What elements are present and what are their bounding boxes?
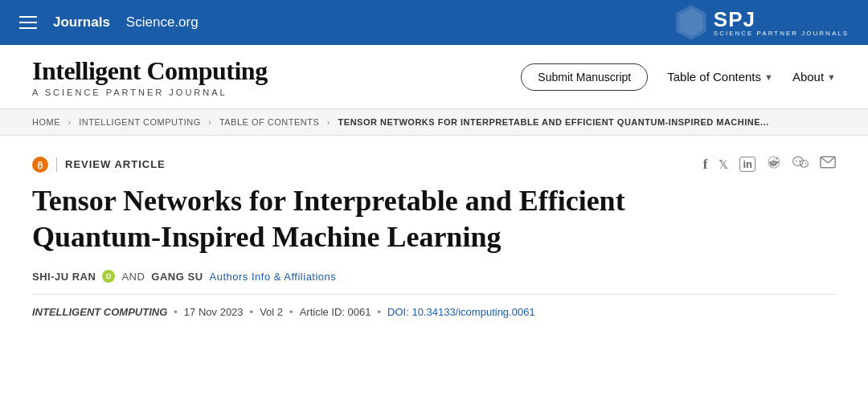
journal-nav: Submit Manuscript Table of Contents ▼ Ab… xyxy=(521,63,836,91)
svg-point-9 xyxy=(801,163,803,165)
meta-journal-name: INTELLIGENT COMPUTING xyxy=(32,306,167,318)
article-meta-row: REVIEW ARTICLE f 𝕏 in xyxy=(32,155,836,173)
meta-doi-link[interactable]: DOI: 10.34133/icomputing.0061 xyxy=(387,306,535,318)
breadcrumb-sep-1: › xyxy=(68,117,72,127)
journal-title[interactable]: Intelligent Computing xyxy=(32,56,268,86)
breadcrumb-sep-3: › xyxy=(327,117,330,127)
email-icon[interactable] xyxy=(820,156,836,173)
svg-point-8 xyxy=(800,161,808,168)
svg-point-10 xyxy=(805,163,807,165)
submit-manuscript-button[interactable]: Submit Manuscript xyxy=(521,63,648,91)
breadcrumb: HOME › INTELLIGENT COMPUTING › TABLE OF … xyxy=(0,109,868,136)
twitter-icon[interactable]: 𝕏 xyxy=(719,157,728,172)
nav-journals[interactable]: Journals xyxy=(53,14,110,31)
facebook-icon[interactable]: f xyxy=(703,157,708,173)
spj-subtitle: Science Partner Journals xyxy=(714,30,849,37)
authors-affiliations-link[interactable]: Authors Info & Affiliations xyxy=(210,271,337,283)
breadcrumb-home[interactable]: HOME xyxy=(32,117,60,127)
and-text: AND xyxy=(121,271,145,283)
meta-date: 17 Nov 2023 xyxy=(184,306,244,318)
article-info-row: INTELLIGENT COMPUTING • 17 Nov 2023 • Vo… xyxy=(32,294,836,318)
breadcrumb-sep-2: › xyxy=(208,117,211,127)
journal-header: Intelligent Computing A SCIENCE PARTNER … xyxy=(0,45,868,109)
open-access-icon xyxy=(32,157,48,173)
toc-chevron-icon: ▼ xyxy=(764,72,773,82)
spj-logo: SPJ Science Partner Journals xyxy=(675,4,849,41)
article-type-label: REVIEW ARTICLE xyxy=(65,158,166,170)
type-divider xyxy=(56,157,57,172)
journal-title-block: Intelligent Computing A SCIENCE PARTNER … xyxy=(32,56,268,97)
linkedin-icon[interactable]: in xyxy=(739,157,755,172)
journal-subtitle: A SCIENCE PARTNER JOURNAL xyxy=(32,88,268,97)
social-icons: f 𝕏 in xyxy=(703,155,836,173)
article-title: Tensor Networks for Interpretable and Ef… xyxy=(32,183,691,255)
article-type-block: REVIEW ARTICLE xyxy=(32,157,166,173)
spj-text-block: SPJ Science Partner Journals xyxy=(714,9,849,37)
spj-hex-icon xyxy=(675,4,707,41)
author2-name[interactable]: GANG SU xyxy=(151,271,203,283)
reddit-icon[interactable] xyxy=(767,155,781,173)
hamburger-menu[interactable] xyxy=(19,16,37,29)
breadcrumb-journal[interactable]: INTELLIGENT COMPUTING xyxy=(79,117,200,127)
orcid-badge[interactable]: D xyxy=(102,270,115,283)
top-navigation: Journals Science.org SPJ Science Partner… xyxy=(0,0,868,45)
breadcrumb-current: TENSOR NETWORKS FOR INTERPRETABLE AND EF… xyxy=(338,117,769,127)
meta-volume: Vol 2 xyxy=(260,306,283,318)
table-of-contents-link[interactable]: Table of Contents ▼ xyxy=(667,70,773,84)
author1-name[interactable]: SHI-JU RAN xyxy=(32,271,96,283)
authors-row: SHI-JU RAN D AND GANG SU Authors Info & … xyxy=(32,270,836,283)
svg-point-6 xyxy=(796,161,797,162)
breadcrumb-toc[interactable]: TABLE OF CONTENTS xyxy=(219,117,319,127)
meta-article-id: Article ID: 0061 xyxy=(300,306,371,318)
nav-scienceorg[interactable]: Science.org xyxy=(126,14,199,31)
about-link[interactable]: About ▼ xyxy=(792,70,836,84)
wechat-icon[interactable] xyxy=(792,155,809,173)
svg-marker-1 xyxy=(680,9,702,36)
about-chevron-icon: ▼ xyxy=(827,72,836,82)
article-area: REVIEW ARTICLE f 𝕏 in xyxy=(0,136,868,334)
spj-letters: SPJ xyxy=(714,9,755,30)
